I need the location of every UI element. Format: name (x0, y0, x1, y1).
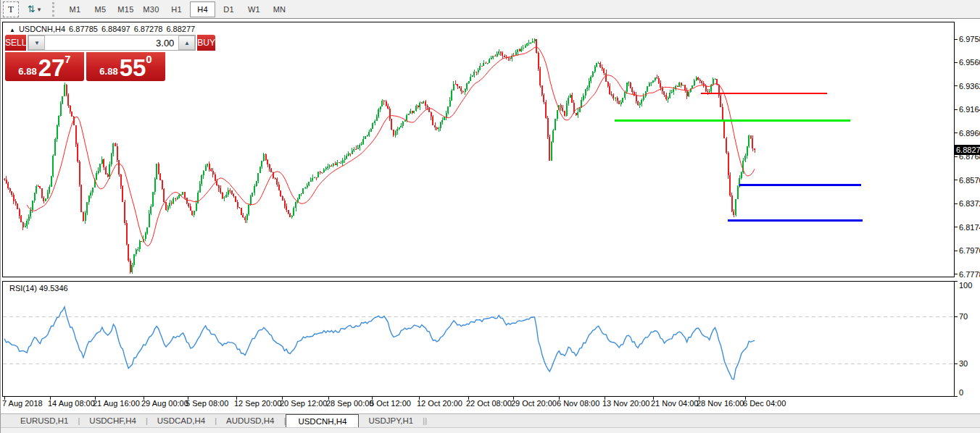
cycle-arrows-icon: ⇅ (28, 4, 36, 14)
sell-button[interactable]: SELL (5, 35, 26, 51)
buy-price-sup: 0 (146, 53, 151, 65)
sell-price-sup: 7 (65, 53, 70, 65)
tab-separator: | (425, 414, 427, 427)
svg-text:100: 100 (959, 281, 972, 290)
svg-text:RSI(14) 49.5346: RSI(14) 49.5346 (9, 284, 68, 293)
sell-price-base: 6.88 (18, 66, 36, 77)
buy-price-base: 6.88 (99, 66, 117, 77)
one-click-trading-panel: SELL ▼ ▲ BUY 6.88 27 7 6.88 55 0 (5, 35, 165, 81)
timeframe-toolbar: M1M5M15M30H1H4D1W1MN (62, 1, 292, 17)
chart-tab-audusd-h4[interactable]: AUDUSD,H4 (217, 414, 283, 427)
chart-tab-usdcad-h4[interactable]: USDCAD,H4 (148, 414, 215, 427)
svg-text:6.93625: 6.93625 (959, 82, 980, 91)
svg-text:70: 70 (959, 312, 968, 321)
svg-text:7 Aug 2018: 7 Aug 2018 (2, 399, 43, 408)
svg-text:6.77785: 6.77785 (959, 270, 980, 279)
volume-spinner: ▼ ▲ (28, 35, 196, 51)
volume-input[interactable] (45, 35, 178, 50)
status-bar (1, 427, 980, 433)
svg-text:6.83725: 6.83725 (959, 199, 980, 208)
application-window: T ⇅ ▾ M1M5M15M30H1H4D1W1MN ▲USDCNH,H46.8… (0, 0, 980, 433)
svg-text:21 Aug 16:00: 21 Aug 16:00 (93, 399, 140, 408)
timeframe-button-m1[interactable]: M1 (63, 2, 87, 17)
chart-symbol: USDCNH,H4 (19, 25, 65, 33)
svg-text:6 Dec 04:00: 6 Dec 04:00 (743, 399, 786, 408)
chart-title: ▲USDCNH,H46.877856.884976.872786.88277 (9, 25, 195, 33)
svg-text:6.95605: 6.95605 (959, 58, 980, 67)
svg-text:6.81745: 6.81745 (959, 223, 980, 232)
text-tool-icon[interactable]: T (3, 1, 19, 17)
timeframe-button-d1[interactable]: D1 (217, 2, 241, 17)
svg-text:6.88277: 6.88277 (956, 146, 980, 154)
collapse-triangle-icon[interactable]: ▲ (9, 27, 15, 33)
bar-open-value: 6.87785 (69, 25, 98, 33)
timeframe-button-m5[interactable]: M5 (88, 2, 112, 17)
svg-text:12 Sep 20:00: 12 Sep 20:00 (234, 399, 281, 408)
svg-text:14 Aug 08:00: 14 Aug 08:00 (48, 399, 95, 408)
buy-price-button[interactable]: 6.88 55 0 (86, 52, 165, 81)
toolbar: T ⇅ ▾ M1M5M15M30H1H4D1W1MN (1, 0, 980, 19)
svg-text:12 Oct 20:00: 12 Oct 20:00 (417, 399, 462, 408)
buy-button[interactable]: BUY (197, 35, 215, 51)
bar-low-value: 6.87278 (134, 25, 163, 33)
timeframe-button-h4[interactable]: H4 (190, 1, 215, 17)
svg-text:6.89665: 6.89665 (959, 129, 980, 138)
caret-down-icon: ▾ (38, 6, 41, 13)
svg-text:6.85705: 6.85705 (959, 176, 980, 185)
timeframe-button-w1[interactable]: W1 (242, 2, 266, 17)
svg-text:0: 0 (959, 388, 963, 397)
svg-text:29 Aug 00:00: 29 Aug 00:00 (141, 399, 188, 408)
chart-tab-usdjpy-h1[interactable]: USDJPY,H1 (359, 414, 423, 427)
spinner-up-icon[interactable]: ▲ (178, 35, 195, 50)
svg-text:6.91645: 6.91645 (959, 105, 980, 114)
sell-price-button[interactable]: 6.88 27 7 (5, 52, 84, 81)
bar-high-value: 6.88497 (101, 25, 130, 33)
svg-text:22 Oct 08:00: 22 Oct 08:00 (466, 399, 512, 408)
timeframe-button-mn[interactable]: MN (267, 2, 291, 17)
svg-text:30: 30 (959, 359, 968, 368)
chart-tabs-bar: EURUSD,H1|USDCHF,H4|USDCAD,H4|AUDUSD,H4|… (1, 413, 980, 427)
toolbar-grip (52, 2, 59, 17)
spinner-down-icon[interactable]: ▼ (28, 35, 45, 50)
timeframe-button-m15[interactable]: M15 (114, 2, 138, 17)
chart-tab-usdcnh-h4[interactable]: USDCNH,H4 (286, 414, 359, 427)
cycle-arrows-button[interactable]: ⇅ ▾ (22, 2, 46, 17)
svg-text:5 Oct 12:00: 5 Oct 12:00 (370, 399, 411, 408)
svg-text:5 Sep 08:00: 5 Sep 08:00 (186, 399, 228, 408)
svg-text:21 Nov 04:00: 21 Nov 04:00 (651, 399, 698, 408)
svg-text:29 Oct 20:00: 29 Oct 20:00 (511, 399, 557, 408)
chart-tab-eurusd-h1[interactable]: EURUSD,H1 (11, 414, 78, 427)
sell-price-big: 27 (38, 56, 65, 80)
timeframe-button-h1[interactable]: H1 (165, 2, 188, 17)
svg-text:6 Nov 08:00: 6 Nov 08:00 (557, 399, 599, 408)
svg-text:13 Nov 20:00: 13 Nov 20:00 (602, 399, 649, 408)
svg-text:20 Sep 12:00: 20 Sep 12:00 (280, 399, 327, 408)
svg-text:6.79765: 6.79765 (959, 246, 980, 255)
timeframe-button-m30[interactable]: M30 (139, 2, 163, 17)
svg-text:28 Nov 16:00: 28 Nov 16:00 (697, 399, 744, 408)
svg-text:28 Sep 00:00: 28 Sep 00:00 (326, 399, 373, 408)
chart-tab-usdchf-h4[interactable]: USDCHF,H4 (80, 414, 146, 427)
svg-text:6.97585: 6.97585 (959, 35, 980, 43)
bar-close-value: 6.88277 (166, 25, 195, 33)
buy-price-big: 55 (120, 56, 146, 80)
